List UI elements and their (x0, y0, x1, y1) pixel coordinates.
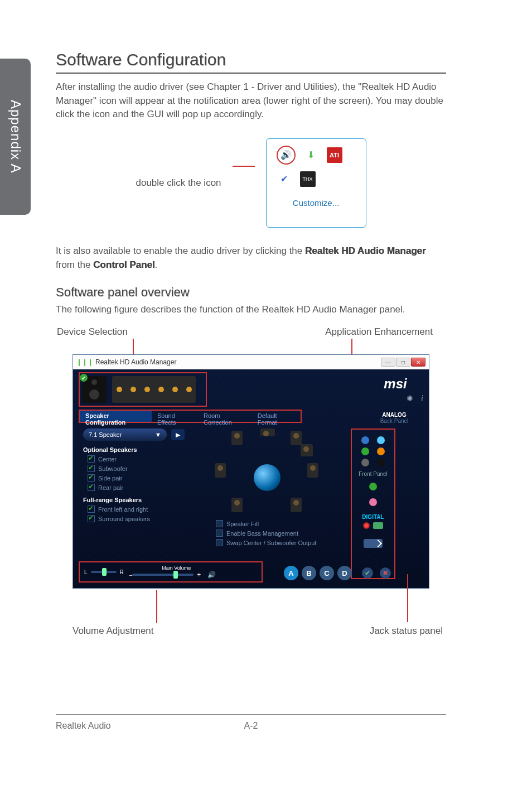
tray-highlight-circle: 🔊 (277, 146, 296, 165)
room-front-left-icon[interactable] (231, 431, 243, 445)
speaker-mode-value: 7.1 Speaker (89, 431, 122, 438)
middle-column: Speaker Fill Enable Bass Management Swap… (211, 429, 328, 579)
ati-tray-icon[interactable]: ATI (327, 147, 342, 163)
cancel-button[interactable]: ✖ (380, 567, 391, 579)
room-side-left-icon[interactable] (215, 463, 226, 478)
room-front-right-icon[interactable] (291, 431, 302, 445)
speaker-device-icon[interactable]: ✔ (82, 376, 107, 403)
p2d: Control Panel (93, 259, 155, 270)
room-globe-icon (254, 464, 280, 491)
utility-tray-icon[interactable]: ✔ (277, 171, 292, 187)
jack-black-icon[interactable] (377, 459, 385, 466)
checkbox-icon[interactable] (216, 539, 223, 546)
checkbox-icon[interactable] (88, 465, 95, 472)
speaker-mode-select[interactable]: 7.1 Speaker ▼ (83, 429, 167, 441)
chk-center[interactable]: Center (88, 455, 206, 463)
balance-thumb-icon[interactable] (102, 568, 107, 576)
room-subwoofer-icon[interactable] (301, 444, 313, 456)
chk-swap-center[interactable]: Swap Center / Subwoofer Output (216, 539, 328, 546)
chk-side-pair[interactable]: Side pair (88, 474, 206, 482)
vol-plus-mute-icons[interactable]: + 🔊 (197, 571, 217, 579)
tray-illustration: double click the icon 🔊 ⬇ ATI ✔ THX Cust… (56, 138, 446, 228)
volume-bar: L R Main Volume – + 🔊 (79, 561, 263, 583)
front-jack-green-icon[interactable] (369, 483, 377, 490)
chk-front-lr[interactable]: Front left and right (88, 506, 206, 513)
chk-bass-mgmt[interactable]: Enable Bass Management (216, 530, 328, 537)
thx-tray-icon[interactable]: THX (300, 171, 316, 187)
abcd-row: A B C D ✔ ✖ (284, 566, 391, 580)
checkbox-icon[interactable] (88, 515, 95, 522)
checkbox-icon[interactable] (88, 506, 95, 513)
gear-icon[interactable]: ✺ (407, 394, 413, 403)
jack-blue-icon[interactable] (361, 436, 369, 444)
jack-lightblue-icon[interactable] (377, 436, 385, 444)
play-test-button[interactable]: ▶ (171, 429, 185, 440)
info-icon[interactable]: i (421, 394, 423, 403)
chevron-down-icon: ▼ (155, 431, 161, 438)
p2e: . (155, 259, 158, 270)
device-check-icon: ✔ (80, 374, 88, 382)
customize-link[interactable]: Customize... (273, 198, 359, 208)
room-side-right-icon[interactable] (307, 463, 318, 478)
jack-strip-icon[interactable] (112, 376, 196, 403)
checkbox-icon[interactable] (216, 530, 223, 537)
jack-green-icon[interactable] (361, 447, 369, 455)
maximize-button[interactable]: □ (396, 358, 410, 367)
chk-rear-pair[interactable]: Rear pair (88, 484, 206, 491)
brand-icons: ✺ i (367, 394, 423, 403)
room-rear-right-icon[interactable] (291, 498, 302, 512)
room-rear-left-icon[interactable] (231, 498, 243, 512)
checkbox-icon[interactable] (88, 474, 95, 482)
balance-l: L (84, 569, 88, 575)
checkbox-icon[interactable] (216, 520, 223, 527)
tab-sound-effects[interactable]: Sound Effects (152, 411, 198, 422)
callout-line-volume (156, 590, 157, 623)
tab-speaker-config[interactable]: Speaker Configuration (80, 411, 152, 422)
profile-c-button[interactable]: C (320, 566, 334, 580)
page-footer: Realtek Audio A-2 (56, 721, 446, 731)
minimize-button[interactable]: — (381, 358, 395, 367)
callout-line-jack (407, 574, 408, 622)
front-jack-pink-icon[interactable] (369, 498, 377, 506)
connector-button[interactable] (364, 539, 383, 548)
profile-b-button[interactable]: B (302, 566, 316, 580)
callouts-top: Device Selection Application Enhancement (56, 326, 446, 338)
chk-speaker-fill[interactable]: Speaker Fill (216, 520, 328, 527)
analog-label: ANALOG Back Panel (372, 412, 417, 424)
room-center-speaker-icon[interactable] (260, 429, 275, 436)
footer-section: Realtek Audio (56, 721, 111, 731)
window-titlebar[interactable]: ❙❙❙ Realtek HD Audio Manager — □ ✕ (73, 355, 429, 369)
page-content: Software Configuration After installing … (56, 50, 446, 637)
optional-speakers-header: Optional Speakers (83, 446, 206, 453)
double-click-label: double click the icon (136, 177, 221, 189)
chk-surround[interactable]: Surround speakers (88, 515, 206, 522)
nvidia-tray-icon[interactable]: ⬇ (303, 147, 319, 163)
apply-button[interactable]: ✔ (362, 567, 373, 579)
tab-room-correction[interactable]: Room Correction (198, 411, 252, 422)
callout-line-icon (233, 166, 255, 167)
fullrange-header: Full-range Speakers (83, 497, 206, 503)
spdif-icon[interactable] (373, 522, 383, 529)
checkbox-icon[interactable] (88, 484, 95, 491)
volume-slider[interactable] (132, 574, 194, 576)
main-volume-box: Main Volume – + 🔊 (129, 565, 218, 579)
profile-d-button[interactable]: D (337, 566, 352, 580)
balance-slider[interactable] (91, 571, 117, 573)
device-selection-box[interactable]: ✔ (79, 372, 207, 407)
checkbox-icon[interactable] (88, 455, 95, 463)
jack-orange-icon[interactable] (377, 447, 385, 455)
profile-a-button[interactable]: A (284, 566, 298, 580)
window-title: Realtek HD Audio Manager (95, 358, 176, 366)
realtek-tray-icon[interactable]: 🔊 (278, 147, 294, 163)
main-volume-label: Main Volume (162, 565, 191, 571)
volume-thumb-icon[interactable] (173, 571, 178, 579)
jack-grey-icon[interactable] (361, 459, 369, 466)
close-button[interactable]: ✕ (411, 358, 425, 367)
chk-subwoofer[interactable]: Subwoofer (88, 465, 206, 472)
titlebar-speaker-icon: ❙❙❙ (76, 358, 93, 366)
realtek-panel: ❙❙❙ Realtek HD Audio Manager — □ ✕ ✔ (72, 354, 429, 589)
optical-icon[interactable] (363, 522, 370, 529)
digital-label: DIGITAL (352, 514, 394, 520)
tabs-row: Speaker Configuration Sound Effects Room… (79, 410, 302, 423)
tab-default-format[interactable]: Default Format (252, 411, 301, 422)
